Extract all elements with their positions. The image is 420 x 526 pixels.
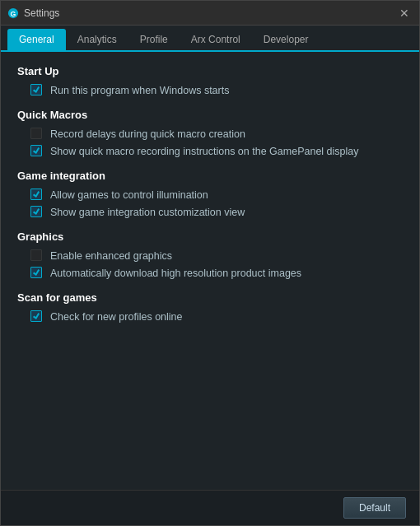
checkbox-show-customization[interactable]: Show game integration customization view bbox=[30, 206, 403, 219]
app-icon: G bbox=[7, 7, 19, 19]
title-bar: G Settings ✕ bbox=[1, 1, 419, 26]
tab-analytics[interactable]: Analytics bbox=[66, 29, 128, 50]
checkbox-run-on-startup[interactable]: Run this program when Windows starts bbox=[30, 84, 403, 97]
checkbox-wrap bbox=[30, 128, 44, 141]
checkbox-wrap bbox=[30, 206, 44, 219]
footer: Default bbox=[1, 490, 419, 525]
checkbox-box bbox=[30, 128, 42, 139]
checkbox-label: Record delays during quick macro creatio… bbox=[50, 128, 245, 140]
checkbox-wrap bbox=[30, 249, 44, 263]
checkbox-label: Automatically download high resolution p… bbox=[50, 268, 301, 279]
checkbox-box bbox=[30, 189, 42, 200]
checkbox-label: Show quick macro recording instructions … bbox=[50, 146, 359, 157]
close-button[interactable]: ✕ bbox=[396, 5, 413, 21]
checkbox-wrap bbox=[30, 84, 44, 97]
section-title-scan-games: Scan for games bbox=[17, 291, 403, 304]
checkbox-enhanced-graphics[interactable]: Enable enhanced graphics bbox=[30, 249, 403, 263]
checkbox-label: Enable enhanced graphics bbox=[50, 250, 172, 262]
checkbox-label: Run this program when Windows starts bbox=[50, 85, 229, 96]
window-title: Settings bbox=[24, 7, 396, 19]
settings-content: Start Up Run this program when Windows s… bbox=[1, 52, 419, 490]
checkbox-box bbox=[30, 206, 42, 217]
default-button[interactable]: Default bbox=[343, 497, 406, 519]
section-title-game-integration: Game integration bbox=[17, 170, 403, 182]
tab-developer[interactable]: Developer bbox=[252, 29, 320, 50]
checkbox-wrap bbox=[30, 189, 44, 202]
checkbox-allow-illumination[interactable]: Allow games to control illumination bbox=[30, 189, 403, 202]
checkbox-wrap bbox=[30, 310, 44, 324]
checkbox-record-delays[interactable]: Record delays during quick macro creatio… bbox=[30, 128, 403, 141]
checkbox-box bbox=[30, 267, 42, 278]
checkbox-box bbox=[30, 249, 42, 261]
checkbox-label: Show game integration customization view bbox=[50, 207, 245, 218]
section-title-quick-macros: Quick Macros bbox=[17, 109, 403, 121]
checkbox-label: Allow games to control illumination bbox=[50, 189, 208, 201]
checkbox-box bbox=[30, 310, 42, 322]
tab-arx-control[interactable]: Arx Control bbox=[180, 29, 252, 50]
settings-window: G Settings ✕ General Analytics Profile A… bbox=[0, 0, 420, 526]
checkbox-wrap bbox=[30, 267, 44, 280]
checkbox-box bbox=[30, 145, 42, 156]
tab-profile[interactable]: Profile bbox=[128, 29, 180, 50]
section-title-graphics: Graphics bbox=[17, 230, 403, 243]
checkbox-wrap bbox=[30, 145, 44, 158]
svg-text:G: G bbox=[11, 9, 16, 17]
checkbox-auto-download[interactable]: Automatically download high resolution p… bbox=[30, 267, 403, 280]
section-title-startup: Start Up bbox=[17, 65, 403, 77]
checkbox-show-recording-instructions[interactable]: Show quick macro recording instructions … bbox=[30, 145, 403, 158]
checkbox-box bbox=[30, 84, 42, 95]
tab-bar: General Analytics Profile Arx Control De… bbox=[1, 26, 419, 52]
checkbox-label: Check for new profiles online bbox=[50, 311, 183, 323]
checkbox-check-profiles-online[interactable]: Check for new profiles online bbox=[30, 310, 403, 324]
tab-general[interactable]: General bbox=[7, 29, 66, 50]
